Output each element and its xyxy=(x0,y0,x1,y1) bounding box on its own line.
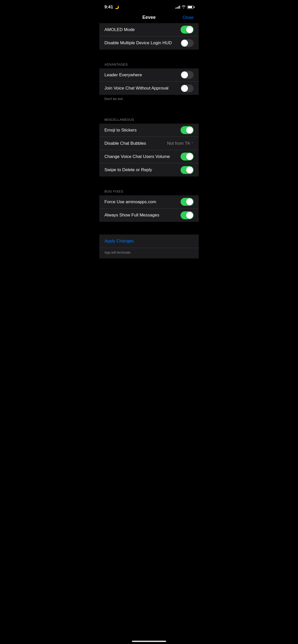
emoji-to-stickers-label: Emoji to Stickers xyxy=(104,128,137,133)
join-voice-chat-label: Join Voice Chat Without Approval xyxy=(104,86,168,91)
top-settings-group: AMOLED Mode Disable Multiple Device Logi… xyxy=(99,23,199,50)
disable-multi-login-toggle[interactable] xyxy=(181,39,194,47)
divider-advantages xyxy=(99,50,199,58)
swipe-delete-reply-toggle[interactable] xyxy=(181,166,194,174)
close-button[interactable]: Close xyxy=(183,15,194,20)
force-aminoapps-label: Force Use aminoapps.com xyxy=(104,199,156,204)
leader-everywhere-row: Leader Everywhere xyxy=(99,68,199,82)
emoji-to-stickers-toggle[interactable] xyxy=(181,126,194,134)
advantages-section-footer: Don't be evil. xyxy=(99,95,199,105)
battery-icon xyxy=(187,6,194,9)
nav-header: Eevee Close xyxy=(99,13,199,23)
status-icons xyxy=(175,5,194,9)
swipe-delete-reply-row: Swipe to Delete or Reply xyxy=(99,163,199,177)
miscellaneous-section-header: MISCELLANEOUS xyxy=(99,114,199,124)
disable-multi-login-row: Disable Multiple Device Login HUD xyxy=(99,36,199,50)
bug-fixes-group: Force Use aminoapps.com Always Show Full… xyxy=(99,195,199,222)
bottom-spacer xyxy=(99,258,199,274)
signal-bars-icon xyxy=(175,6,180,9)
amoled-mode-toggle[interactable] xyxy=(181,26,194,34)
leader-everywhere-toggle[interactable] xyxy=(181,71,194,79)
advantages-group: Leader Everywhere Join Voice Chat Withou… xyxy=(99,68,199,95)
divider-apply xyxy=(99,222,199,235)
amoled-mode-label: AMOLED Mode xyxy=(104,27,135,32)
disable-chat-bubbles-label: Disable Chat Bubbles xyxy=(104,141,146,146)
amoled-mode-row: AMOLED Mode xyxy=(99,23,199,36)
join-voice-chat-row: Join Voice Chat Without Approval xyxy=(99,82,199,95)
status-time: 9:41 🌙 xyxy=(104,5,119,10)
disable-chat-bubbles-selector[interactable]: Not from TA ⌃ xyxy=(167,141,194,146)
page-title: Eevee xyxy=(142,15,156,20)
always-show-messages-toggle[interactable] xyxy=(181,211,194,219)
force-aminoapps-row: Force Use aminoapps.com xyxy=(99,195,199,209)
force-aminoapps-toggle[interactable] xyxy=(181,198,194,206)
join-voice-chat-toggle[interactable] xyxy=(181,84,194,92)
disable-multi-login-label: Disable Multiple Device Login HUD xyxy=(104,40,172,46)
disable-chat-bubbles-value: Not from TA xyxy=(167,141,190,146)
leader-everywhere-label: Leader Everywhere xyxy=(104,72,142,78)
status-bar: 9:41 🌙 xyxy=(99,0,199,13)
wifi-icon xyxy=(182,5,186,9)
always-show-messages-row: Always Show Full Messages xyxy=(99,209,199,222)
emoji-to-stickers-row: Emoji to Stickers xyxy=(99,124,199,137)
time-display: 9:41 xyxy=(104,5,113,10)
divider-bug-fixes xyxy=(99,177,199,185)
change-voice-volume-toggle[interactable] xyxy=(181,153,194,160)
apply-changes-footer: App will terminate. xyxy=(99,248,199,258)
miscellaneous-group: Emoji to Stickers Disable Chat Bubbles N… xyxy=(99,124,199,177)
chevron-down-icon: ⌃ xyxy=(191,142,194,145)
apply-changes-button[interactable]: Apply Changes xyxy=(99,235,199,248)
advantages-section-header: ADVANTAGES xyxy=(99,58,199,68)
change-voice-volume-row: Change Voice Chat Users Volume xyxy=(99,150,199,163)
bug-fixes-section-header: BUG FIXES xyxy=(99,185,199,195)
apply-changes-section: Apply Changes App will terminate. xyxy=(99,235,199,258)
disable-chat-bubbles-row[interactable]: Disable Chat Bubbles Not from TA ⌃ xyxy=(99,137,199,150)
swipe-delete-reply-label: Swipe to Delete or Reply xyxy=(104,167,152,172)
change-voice-volume-label: Change Voice Chat Users Volume xyxy=(104,154,170,159)
moon-icon: 🌙 xyxy=(115,5,119,9)
divider-miscellaneous xyxy=(99,105,199,114)
always-show-messages-label: Always Show Full Messages xyxy=(104,213,159,218)
